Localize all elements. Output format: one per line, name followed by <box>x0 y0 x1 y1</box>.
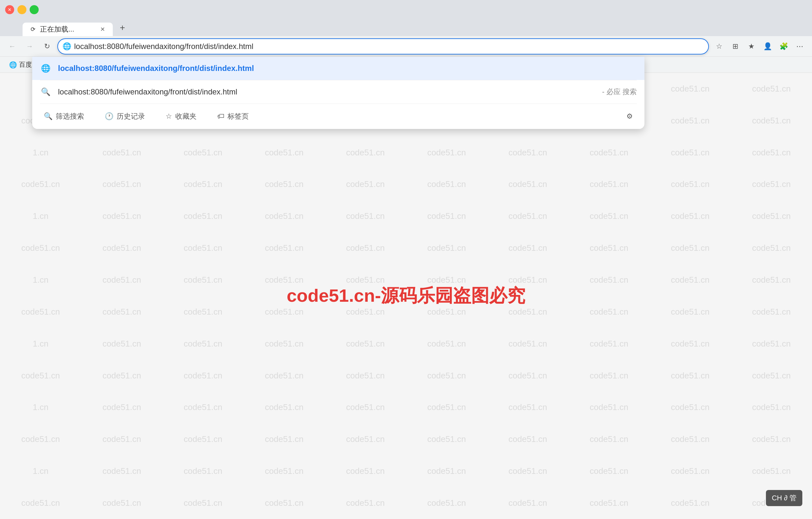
watermark-cell: code51.cn <box>163 360 243 392</box>
forward-button[interactable]: → <box>23 39 37 54</box>
watermark-cell: code51.cn <box>487 360 569 392</box>
watermark-cell: code51.cn <box>0 360 81 392</box>
footer-history-label: 历史记录 <box>117 112 145 121</box>
watermark-cell: code51.cn <box>569 137 649 169</box>
autocomplete-item-0-text: localhost:8080/fufeiwendaxitong/front/di… <box>58 64 637 73</box>
watermark-cell: code51.cn <box>325 328 406 360</box>
watermark-cell: code51.cn <box>81 232 163 264</box>
watermark-cell: code51.cn <box>81 392 163 424</box>
tab-close-button[interactable]: ✕ <box>98 25 106 33</box>
profile-icon[interactable]: 👤 <box>760 39 775 54</box>
watermark-cell: 1.cn <box>0 264 81 296</box>
collections-icon[interactable]: ⊞ <box>728 39 743 54</box>
watermark-cell: code51.cn <box>731 137 812 169</box>
watermark-cell: code51.cn <box>569 328 649 360</box>
watermark-cell: code51.cn <box>325 455 406 487</box>
watermark-cell: code51.cn <box>243 392 325 424</box>
more-menu-icon[interactable]: ⋯ <box>793 39 807 54</box>
main-content: 1.cncode51.cncode51.cncode51.cncode51.cn… <box>0 73 812 519</box>
autocomplete-item-1[interactable]: 🔍 localhost:8080/fufeiwendaxitong/front/… <box>32 80 644 104</box>
watermark-cell: code51.cn <box>731 264 812 296</box>
favorites-bar-icon[interactable]: ★ <box>744 39 758 54</box>
watermark-cell: code51.cn <box>731 392 812 424</box>
footer-history[interactable]: 🕐 历史记录 <box>101 109 149 124</box>
watermark-cell: code51.cn <box>569 360 649 392</box>
watermark-cell: code51.cn <box>0 423 81 455</box>
watermark-cell: code51.cn <box>569 296 649 328</box>
watermark-cell: code51.cn <box>163 487 243 519</box>
watermark-cell: code51.cn <box>569 264 649 296</box>
watermark-cell: code51.cn <box>406 169 487 200</box>
autocomplete-search-icon: 🔍 <box>40 86 52 98</box>
watermark-cell: code51.cn <box>406 328 487 360</box>
browser-window: ✕ ⟳ 正在加载... ✕ + ← → ↻ 🌐 ☆ ⊞ ★ 👤 🧩 ⋯ <box>0 0 812 519</box>
footer-filter-search[interactable]: 🔍 筛选搜索 <box>40 109 88 124</box>
nav-bar: ← → ↻ 🌐 ☆ ⊞ ★ 👤 🧩 ⋯ <box>0 36 812 57</box>
watermark-cell: code51.cn <box>649 232 731 264</box>
close-window-button[interactable]: ✕ <box>5 5 14 14</box>
watermark-cell: code51.cn <box>243 455 325 487</box>
watermark-cell: code51.cn <box>731 73 812 105</box>
favorites-icon[interactable]: ☆ <box>712 39 726 54</box>
watermark-cell: code51.cn <box>163 328 243 360</box>
watermark-cell: code51.cn <box>649 296 731 328</box>
watermark-cell: code51.cn <box>731 455 812 487</box>
watermark-cell: code51.cn <box>649 455 731 487</box>
autocomplete-highlight: localhost:8080/fufeiwendaxitong/front/di… <box>58 64 254 73</box>
watermark-cell: code51.cn <box>0 169 81 200</box>
watermark-cell: code51.cn <box>163 423 243 455</box>
watermark-cell: code51.cn <box>81 137 163 169</box>
watermark-cell: code51.cn <box>243 137 325 169</box>
address-bar-input[interactable] <box>57 38 709 54</box>
address-bar-wrapper: 🌐 <box>57 38 709 54</box>
new-tab-button[interactable]: + <box>115 21 129 35</box>
watermark-cell: code51.cn <box>243 423 325 455</box>
watermark-cell: code51.cn <box>163 169 243 200</box>
bookmark-baidu[interactable]: 🌐 百度 <box>5 58 36 71</box>
center-watermark: code51.cn-源码乐园盗图必究 <box>287 284 526 308</box>
autocomplete-dropdown: 🌐 localhost:8080/fufeiwendaxitong/front/… <box>32 57 644 129</box>
tab-favicon: ⟳ <box>29 25 37 33</box>
back-button[interactable]: ← <box>5 39 19 54</box>
watermark-cell: code51.cn <box>649 328 731 360</box>
star-icon: ☆ <box>166 112 172 120</box>
watermark-cell: code51.cn <box>81 360 163 392</box>
watermark-cell: code51.cn <box>163 232 243 264</box>
watermark-cell: 1.cn <box>0 455 81 487</box>
watermark-cell: code51.cn <box>406 392 487 424</box>
footer-favorites-label: 收藏夹 <box>175 112 197 121</box>
extensions-icon[interactable]: 🧩 <box>777 39 791 54</box>
watermark-cell: code51.cn <box>649 423 731 455</box>
watermark-cell: code51.cn <box>163 392 243 424</box>
autocomplete-item-0[interactable]: 🌐 localhost:8080/fufeiwendaxitong/front/… <box>32 57 644 80</box>
watermark-cell: code51.cn <box>649 169 731 200</box>
nav-icons: ☆ ⊞ ★ 👤 🧩 ⋯ <box>712 39 807 54</box>
watermark-cell: code51.cn <box>325 137 406 169</box>
watermark-cell: code51.cn <box>487 423 569 455</box>
watermark-cell: code51.cn <box>406 487 487 519</box>
active-tab[interactable]: ⟳ 正在加载... ✕ <box>23 23 113 36</box>
bookmark-baidu-icon: 🌐 <box>9 61 17 69</box>
footer-favorites[interactable]: ☆ 收藏夹 <box>162 109 200 124</box>
minimize-window-button[interactable] <box>18 5 26 14</box>
watermark-cell: code51.cn <box>406 455 487 487</box>
watermark-cell: code51.cn <box>649 487 731 519</box>
footer-settings[interactable]: ⚙ <box>622 110 637 123</box>
watermark-cell: code51.cn <box>81 169 163 200</box>
watermark-cell: code51.cn <box>81 328 163 360</box>
watermark-cell: code51.cn <box>325 360 406 392</box>
watermark-cell: code51.cn <box>163 296 243 328</box>
watermark-cell: code51.cn <box>731 328 812 360</box>
watermark-cell: code51.cn <box>487 392 569 424</box>
watermark-cell: code51.cn <box>731 423 812 455</box>
watermark-cell: code51.cn <box>731 296 812 328</box>
maximize-window-button[interactable] <box>30 5 39 14</box>
refresh-button[interactable]: ↻ <box>40 39 54 54</box>
watermark-cell: code51.cn <box>325 392 406 424</box>
watermark-cell: code51.cn <box>649 200 731 232</box>
footer-tabs[interactable]: 🏷 标签页 <box>213 109 253 124</box>
watermark-cell: code51.cn <box>487 137 569 169</box>
watermark-cell: code51.cn <box>406 232 487 264</box>
watermark-cell: 1.cn <box>0 392 81 424</box>
watermark-cell: code51.cn <box>163 264 243 296</box>
